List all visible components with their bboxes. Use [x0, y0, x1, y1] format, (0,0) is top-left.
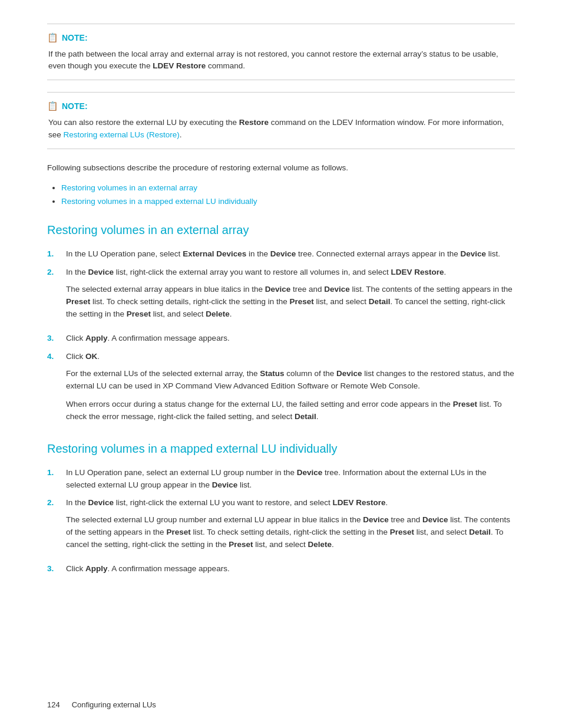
- note1-text2: command.: [206, 61, 245, 70]
- section1-step4-subpara1: For the external LUs of the selected ext…: [66, 368, 515, 393]
- page: 📋 NOTE: If the path between the local ar…: [0, 0, 562, 728]
- note-box-2: 📋 NOTE: You can also restore the externa…: [47, 92, 515, 149]
- section2-step2-subpara: The selected external LU group number an…: [66, 514, 515, 551]
- section1-step2-subpara: The selected external array appears in b…: [66, 284, 515, 321]
- footer-title: Configuring external LUs: [72, 699, 156, 711]
- note-header-1: 📋 NOTE:: [47, 31, 515, 45]
- bullet-list: Restoring volumes in an external array R…: [47, 182, 515, 209]
- note2-text: You can also restore the external LU by …: [48, 118, 239, 127]
- section1-step-1: In the LU Operation pane, select Externa…: [47, 248, 515, 261]
- s1-step1-bold2: Device: [270, 249, 296, 258]
- note1-text: If the path between the local array and …: [48, 50, 498, 71]
- note2-bold: Restore: [239, 118, 269, 127]
- section2-step-1: In LU Operation pane, select an external…: [47, 467, 515, 492]
- section2-step-3: Click Apply. A confirmation message appe…: [47, 563, 515, 575]
- section1-step2-content: In the Device list, right-click the exte…: [66, 266, 515, 327]
- section2-steps: In LU Operation pane, select an external…: [47, 467, 515, 575]
- section2-step2-content: In the Device list, right-click the exte…: [66, 497, 515, 557]
- section1-heading: Restoring volumes in an external array: [47, 222, 515, 238]
- note-icon-2: 📋: [47, 100, 58, 113]
- section1-step-4: Click OK. For the external LUs of the se…: [47, 351, 515, 429]
- s2-step1-bold1: Device: [297, 468, 323, 477]
- s1-step1-bold3: Device: [460, 249, 486, 258]
- section1-steps: In the LU Operation pane, select Externa…: [47, 248, 515, 429]
- note2-link[interactable]: Restoring external LUs (Restore): [64, 130, 180, 139]
- note-icon-1: 📋: [47, 31, 58, 45]
- bullet-item-1: Restoring volumes in an external array: [61, 182, 515, 195]
- section1-step4-subpara2: When errors occur during a status change…: [66, 398, 515, 423]
- section1-step-2: In the Device list, right-click the exte…: [47, 266, 515, 327]
- s2-step2-bold2: LDEV Restore: [333, 498, 386, 507]
- note-label-2: NOTE:: [62, 100, 88, 113]
- section1-step4-content: Click OK. For the external LUs of the se…: [66, 351, 515, 429]
- section2-heading: Restoring volumes in a mapped external L…: [47, 441, 515, 456]
- s1-step4-bold1: OK: [85, 352, 97, 361]
- section1-step-3: Click Apply. A confirmation message appe…: [47, 332, 515, 345]
- note-text-2: You can also restore the external LU by …: [47, 117, 515, 141]
- bullet-item-2: Restoring volumes in a mapped external L…: [61, 195, 515, 209]
- section1-step1-content: In the LU Operation pane, select Externa…: [66, 248, 515, 261]
- section1-step3-content: Click Apply. A confirmation message appe…: [66, 332, 515, 345]
- s1-step2-bold2: LDEV Restore: [391, 268, 444, 276]
- section2-step1-content: In LU Operation pane, select an external…: [66, 467, 515, 492]
- s1-step3-bold1: Apply: [85, 334, 108, 342]
- s1-step1-bold1: External Devices: [183, 249, 246, 258]
- footer-page-number: 124: [47, 699, 60, 711]
- footer: 124 Configuring external LUs: [47, 699, 515, 711]
- s2-step2-bold1: Device: [88, 498, 114, 507]
- bullet-link-1[interactable]: Restoring volumes in an external array: [61, 183, 197, 192]
- note-label-1: NOTE:: [62, 32, 88, 44]
- section2-step3-content: Click Apply. A confirmation message appe…: [66, 563, 515, 575]
- note1-bold: LDEV Restore: [153, 61, 206, 70]
- s2-step3-bold1: Apply: [85, 564, 108, 573]
- note-box-1: 📋 NOTE: If the path between the local ar…: [47, 24, 515, 80]
- bullet-link-2[interactable]: Restoring volumes in a mapped external L…: [61, 197, 257, 206]
- section2-step-2: In the Device list, right-click the exte…: [47, 497, 515, 557]
- intro-paragraph: Following subsections describe the proce…: [47, 162, 515, 174]
- note-header-2: 📋 NOTE:: [47, 100, 515, 113]
- s2-step1-bold2: Device: [212, 480, 238, 489]
- s1-step2-bold1: Device: [88, 268, 114, 276]
- note-text-1: If the path between the local array and …: [47, 48, 515, 73]
- note2-text3: .: [180, 130, 182, 139]
